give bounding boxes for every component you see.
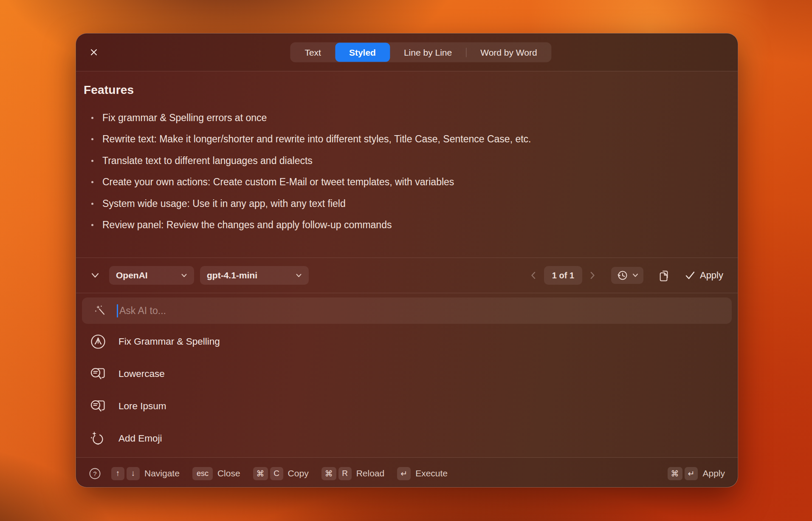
bullet-dot (91, 160, 93, 162)
close-icon (90, 48, 98, 57)
bullet-dot (91, 181, 93, 183)
svg-text:?: ? (93, 470, 96, 477)
hint-label: Navigate (144, 468, 180, 479)
check-icon (685, 271, 695, 280)
action-label: Lore Ipsum (118, 401, 166, 412)
provider-value: OpenAI (116, 270, 148, 280)
chevron-left-icon (530, 271, 536, 280)
hint-label: Close (217, 468, 240, 479)
bullet-dot (91, 203, 93, 205)
next-result-button[interactable] (587, 271, 598, 280)
esc-key: esc (192, 467, 213, 480)
action-lore-ipsum[interactable]: Lore Ipsum (82, 390, 732, 422)
close-button[interactable] (86, 45, 102, 60)
hint-navigate: ↑ ↓ Navigate (111, 467, 180, 480)
features-list: Fix grammar & Spelling errors at once Re… (84, 107, 721, 236)
action-fix-grammar[interactable]: Fix Grammar & Spelling (82, 326, 732, 358)
chevron-down-icon (632, 273, 638, 277)
tab-word-by-word[interactable]: Word by Word (466, 43, 551, 62)
apply-label: Apply (700, 270, 723, 281)
title-bar: Text Styled Line by Line Word by Word (76, 34, 738, 71)
command-key: ⌘ (321, 467, 336, 480)
hint-label: Apply (702, 468, 725, 479)
return-key: ↵ (685, 467, 698, 480)
return-key: ↵ (397, 467, 411, 480)
magic-wand-icon (94, 304, 107, 317)
history-icon (616, 270, 628, 281)
bullet-dot (91, 117, 93, 119)
command-key: ⌘ (668, 467, 682, 480)
help-button[interactable]: ? (89, 467, 101, 480)
text-caret (117, 304, 118, 317)
feature-text: Review panel: Review the changes and app… (102, 219, 392, 231)
action-lowercase[interactable]: Lowercase (82, 358, 732, 390)
feature-text: Rewrite text: Make it longer/shorter and… (102, 133, 531, 145)
feature-item: Rewrite text: Make it longer/shorter and… (84, 129, 721, 150)
feature-item: Fix grammar & Spelling errors at once (84, 107, 721, 129)
r-key: R (338, 467, 352, 480)
hint-copy: ⌘ C Copy (253, 467, 309, 480)
features-panel: Features Fix grammar & Spelling errors a… (76, 71, 738, 258)
command-panel: Fix Grammar & Spelling Lowercase (76, 293, 738, 457)
arrow-up-key: ↑ (111, 467, 124, 480)
feature-item: Create your own actions: Create custom E… (84, 172, 721, 193)
chevron-down-icon (90, 272, 100, 279)
hint-reload: ⌘ R Reload (321, 467, 385, 480)
apply-button[interactable]: Apply (685, 270, 723, 281)
hint-label: Execute (415, 468, 448, 479)
pencil-tip-circle-icon (89, 334, 107, 350)
hint-label: Reload (356, 468, 385, 479)
hint-apply: ⌘ ↵ Apply (668, 467, 725, 480)
chevron-down-icon (181, 273, 187, 278)
tab-styled[interactable]: Styled (335, 43, 390, 62)
command-key: ⌘ (253, 467, 268, 480)
previous-result-button[interactable] (528, 271, 539, 280)
tab-line-by-line[interactable]: Line by Line (390, 43, 466, 62)
feature-text: System wide usage: Use it in any app, wi… (102, 198, 346, 210)
model-toolbar: OpenAI gpt-4.1-mini 1 of 1 (76, 258, 738, 293)
page-indicator: 1 of 1 (544, 266, 582, 285)
tab-text[interactable]: Text (290, 43, 335, 62)
text-magnifier-icon (89, 366, 107, 382)
chevron-right-icon (590, 271, 595, 280)
model-dropdown[interactable]: gpt-4.1-mini (200, 266, 309, 285)
bullet-dot (91, 138, 93, 140)
collapse-button[interactable] (90, 272, 100, 279)
shortcut-bar: ? ↑ ↓ Navigate esc Close ⌘ C Copy ⌘ R Re… (76, 458, 738, 487)
action-list: Fix Grammar & Spelling Lowercase (82, 326, 732, 455)
help-icon: ? (89, 467, 101, 480)
copy-result-button[interactable] (658, 269, 671, 282)
hint-label: Copy (288, 468, 309, 479)
features-title: Features (84, 83, 721, 97)
provider-dropdown[interactable]: OpenAI (109, 266, 194, 285)
action-label: Add Emoji (118, 433, 162, 444)
ask-ai-input[interactable] (82, 297, 732, 324)
action-label: Fix Grammar & Spelling (118, 336, 220, 347)
view-mode-segmented-control: Text Styled Line by Line Word by Word (290, 42, 551, 62)
feature-item: Translate text to different languages an… (84, 150, 721, 172)
hint-close: esc Close (192, 467, 240, 480)
c-key: C (270, 467, 283, 480)
hint-execute: ↵ Execute (397, 467, 448, 480)
feature-item: System wide usage: Use it in any app, wi… (84, 193, 721, 215)
emoji-sparkle-icon (89, 430, 107, 447)
text-magnifier-icon (89, 399, 107, 414)
history-dropdown[interactable] (611, 267, 643, 284)
arrow-down-key: ↓ (127, 467, 140, 480)
action-add-emoji[interactable]: Add Emoji (82, 422, 732, 455)
feature-item: Review panel: Review the changes and app… (84, 215, 721, 236)
feature-text: Create your own actions: Create custom E… (102, 176, 454, 188)
bullet-dot (91, 224, 93, 226)
feature-text: Translate text to different languages an… (102, 155, 313, 167)
model-value: gpt-4.1-mini (207, 270, 257, 280)
chevron-down-icon (296, 273, 302, 278)
action-label: Lowercase (118, 368, 165, 379)
copy-icon (658, 269, 671, 282)
ask-ai-field (82, 297, 732, 324)
assistant-window: Text Styled Line by Line Word by Word Fe… (76, 33, 738, 487)
feature-text: Fix grammar & Spelling errors at once (102, 112, 267, 124)
